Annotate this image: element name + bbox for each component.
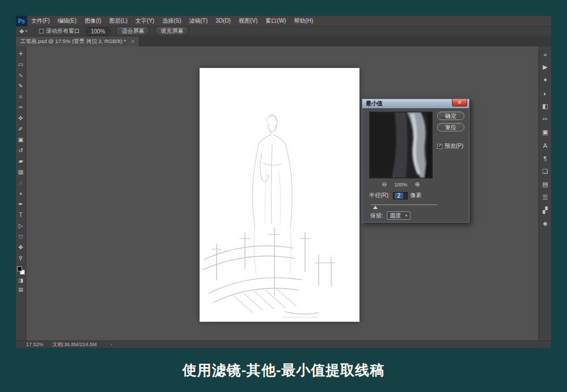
pen-tool-icon[interactable]: ✒	[16, 199, 26, 210]
chevron-down-icon[interactable]: ▾	[25, 29, 27, 33]
preserve-label: 保留:	[370, 212, 383, 220]
preview-checkbox-label: 预览(P)	[445, 142, 463, 150]
actual-pixels-button[interactable]: 100%	[85, 27, 111, 36]
scroll-all-windows-checkbox[interactable]	[39, 29, 44, 33]
preserve-row: 保留: 圆度 ▾	[370, 211, 411, 220]
zoom-out-icon[interactable]: ⊖	[382, 181, 387, 188]
menu-select[interactable]: 选择(S)	[158, 16, 185, 26]
tab-bar: 工笔画.psd @ 17.5% (背景 拷贝 2, RGB/8) * ×	[16, 37, 551, 46]
brush-panel-icon[interactable]: ✏	[539, 113, 551, 126]
status-document-info: 文档:36.8M/224.5M	[53, 341, 97, 348]
histogram-panel-icon[interactable]: ▞	[539, 204, 551, 217]
radius-slider[interactable]	[370, 202, 437, 209]
foreground-color-swatch[interactable]	[17, 266, 22, 271]
path-selection-tool-icon[interactable]: ▷	[16, 220, 26, 231]
caption-text: 使用滤镜-其他-最小值提取线稿	[183, 361, 385, 380]
move-tool-icon[interactable]: ✛	[16, 48, 26, 59]
preview-zoom-controls: ⊖ 100% ⊕	[369, 181, 433, 188]
minimum-filter-dialog: 最小值 ✕	[362, 99, 469, 223]
menu-3d[interactable]: 3D(D)	[211, 16, 235, 26]
shape-tool-icon[interactable]: □	[16, 231, 26, 242]
menu-help[interactable]: 帮助(H)	[290, 16, 317, 26]
tools-panel: ✛▭∿✎⌗✑✜✐▣↺▰▨◌◖✒T▷□✥⚲ ◨ ▤	[16, 46, 26, 340]
menu-image[interactable]: 图像(I)	[81, 16, 105, 26]
radius-input[interactable]: 2	[393, 192, 408, 199]
preview-thumbnail	[370, 112, 432, 178]
canvas-document[interactable]	[200, 68, 359, 322]
character-panel-icon[interactable]: A	[539, 139, 551, 152]
menu-filter[interactable]: 滤镜(T)	[185, 16, 212, 26]
brush-tool-icon[interactable]: ✐	[16, 123, 26, 134]
canvas-area[interactable]: 最小值 ✕	[27, 46, 538, 340]
status-bar: 17.52% 文档:36.8M/224.5M ›	[16, 340, 551, 348]
clone-stamp-tool-icon[interactable]: ▣	[16, 134, 26, 145]
preview-checkbox[interactable]: ✓	[437, 144, 442, 149]
eyedropper-tool-icon[interactable]: ✑	[16, 102, 26, 113]
reset-button[interactable]: 复位	[437, 123, 464, 131]
document-tab-title: 工笔画.psd @ 17.5% (背景 拷贝 2, RGB/8) *	[20, 38, 126, 45]
paragraph-panel-icon[interactable]: ¶	[539, 152, 551, 165]
dodge-tool-icon[interactable]: ◖	[16, 188, 26, 199]
adjustments-panel-icon[interactable]: ◐	[539, 87, 551, 100]
type-tool-icon[interactable]: T	[16, 210, 26, 220]
crop-tool-icon[interactable]: ⌗	[16, 91, 26, 102]
history-brush-tool-icon[interactable]: ↺	[16, 145, 26, 156]
eraser-tool-icon[interactable]: ▰	[16, 156, 26, 167]
radius-unit-label: 像素	[411, 191, 422, 199]
zoom-tool-icon[interactable]: ⚲	[16, 253, 26, 263]
ok-button[interactable]: 确定	[437, 112, 464, 120]
styles-panel-icon[interactable]: ✦	[539, 74, 551, 87]
menu-view[interactable]: 视图(V)	[235, 16, 261, 26]
collapse-panels-icon[interactable]: «	[539, 48, 551, 61]
masks-panel-icon[interactable]: ◧	[539, 100, 551, 113]
marquee-tool-icon[interactable]: ▭	[16, 59, 26, 70]
preserve-value: 圆度	[390, 212, 401, 220]
slider-thumb[interactable]	[373, 206, 378, 209]
quick-selection-tool-icon[interactable]: ✎	[16, 80, 26, 91]
info-panel-icon[interactable]: ◈	[539, 217, 551, 230]
menu-edit[interactable]: 编辑(E)	[54, 16, 81, 26]
screen-mode-icon[interactable]: ▤	[16, 285, 26, 294]
paths-panel-icon[interactable]: ☰	[539, 191, 551, 204]
radius-value: 2	[395, 193, 404, 199]
close-icon: ✕	[458, 100, 462, 105]
tab-close-icon[interactable]: ×	[131, 39, 134, 45]
layer-comps-panel-icon[interactable]: ❏	[539, 165, 551, 178]
dialog-close-button[interactable]: ✕	[452, 99, 467, 106]
dialog-title-bar[interactable]: 最小值 ✕	[362, 99, 469, 108]
status-expander-icon[interactable]: ›	[111, 342, 112, 347]
slider-track	[370, 204, 437, 205]
preview-zoom-level: 100%	[394, 182, 407, 188]
photoshop-window: Ps 文件(F)编辑(E)图像(I)图层(L)文字(Y)选择(S)滤镜(T)3D…	[16, 16, 551, 348]
zoom-in-icon[interactable]: ⊕	[415, 181, 420, 188]
actions-panel-icon[interactable]: ▶	[539, 61, 551, 74]
quick-mask-icon[interactable]: ◨	[16, 276, 26, 285]
preserve-dropdown[interactable]: 圆度 ▾	[387, 211, 411, 220]
status-zoom-level[interactable]: 17.52%	[26, 342, 44, 347]
filter-preview-image[interactable]	[369, 112, 433, 178]
menu-window[interactable]: 窗口(W)	[261, 16, 290, 26]
menu-type[interactable]: 文字(Y)	[132, 16, 158, 26]
lasso-tool-icon[interactable]: ∿	[16, 70, 26, 80]
chevron-down-icon: ▾	[405, 214, 408, 218]
document-tab[interactable]: 工笔画.psd @ 17.5% (背景 拷贝 2, RGB/8) * ×	[16, 37, 139, 46]
menu-layer[interactable]: 图层(L)	[105, 16, 132, 26]
hand-tool-preset-icon[interactable]: ✥	[19, 28, 24, 35]
dialog-title: 最小值	[362, 100, 383, 108]
caption-bar: 使用滤镜-其他-最小值提取线稿	[0, 348, 567, 392]
panel-dock-strip: «▶✦◐◧✏▣A¶❏▤☰▞◈	[539, 46, 551, 340]
photoshop-logo: Ps	[16, 16, 27, 26]
channels-panel-icon[interactable]: ▤	[539, 178, 551, 191]
line-art-sketch	[200, 68, 359, 322]
menu-file[interactable]: 文件(F)	[27, 16, 54, 26]
menu-items: 文件(F)编辑(E)图像(I)图层(L)文字(Y)选择(S)滤镜(T)3D(D)…	[27, 16, 317, 26]
check-icon: ✓	[438, 144, 442, 148]
fill-screen-button[interactable]: 填充屏幕	[155, 26, 189, 36]
healing-brush-tool-icon[interactable]: ✜	[16, 113, 26, 123]
hand-tool-icon[interactable]: ✥	[16, 242, 26, 253]
fit-screen-button[interactable]: 适合屏幕	[116, 26, 150, 36]
clone-source-panel-icon[interactable]: ▣	[539, 126, 551, 139]
blur-tool-icon[interactable]: ◌	[16, 177, 26, 188]
radius-row: 半径(R): 2 像素	[369, 191, 422, 199]
gradient-tool-icon[interactable]: ▨	[16, 167, 26, 177]
